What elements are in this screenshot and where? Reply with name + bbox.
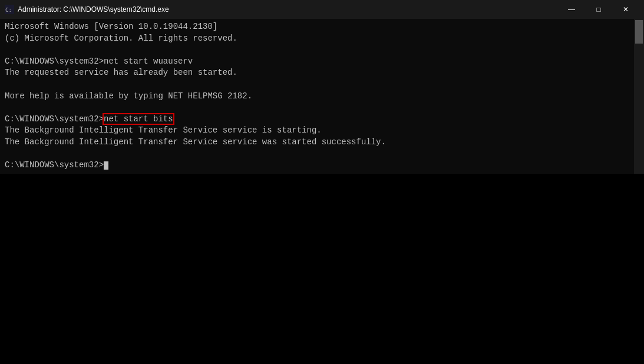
cursor: [104, 161, 108, 170]
line-6: [5, 79, 639, 91]
line-13-cursor: C:\WINDOWS\system32>: [5, 160, 639, 171]
window: C: Administrator: C:\WINDOWS\system32\cm…: [0, 0, 644, 174]
window-title: Administrator: C:\WINDOWS\system32\cmd.e…: [18, 5, 169, 14]
line-8: [5, 102, 639, 114]
line-10: The Background Intelligent Transfer Serv…: [5, 125, 639, 137]
scrollbar[interactable]: [634, 19, 644, 174]
highlighted-command: net start bits: [104, 114, 173, 124]
line-5: The requested service has already been s…: [5, 67, 639, 79]
line-3: [5, 44, 639, 56]
line-11: The Background Intelligent Transfer Serv…: [5, 137, 639, 148]
line-1: Microsoft Windows [Version 10.0.19044.21…: [5, 21, 639, 33]
terminal-content[interactable]: Microsoft Windows [Version 10.0.19044.21…: [0, 19, 644, 174]
line-9-highlighted: C:\WINDOWS\system32>net start bits: [5, 114, 639, 125]
maximize-button[interactable]: □: [585, 0, 612, 19]
window-controls: — □ ✕: [558, 0, 639, 19]
cmd-icon: C:: [5, 5, 14, 14]
minimize-button[interactable]: —: [558, 0, 585, 19]
title-bar-left: C: Administrator: C:\WINDOWS\system32\cm…: [5, 5, 169, 14]
close-button[interactable]: ✕: [612, 0, 639, 19]
title-bar: C: Administrator: C:\WINDOWS\system32\cm…: [0, 0, 644, 19]
prompt-1: C:\WINDOWS\system32>: [5, 114, 104, 124]
prompt-2: C:\WINDOWS\system32>: [5, 160, 104, 170]
line-4-command: C:\WINDOWS\system32>net start wuauserv: [5, 56, 639, 68]
line-12: [5, 148, 639, 160]
scrollbar-thumb[interactable]: [635, 20, 643, 44]
line-7: More help is available by typing NET HEL…: [5, 91, 639, 102]
svg-text:C:: C:: [5, 7, 12, 13]
terminal-body: Microsoft Windows [Version 10.0.19044.21…: [0, 19, 644, 174]
line-2: (c) Microsoft Corporation. All rights re…: [5, 33, 639, 45]
